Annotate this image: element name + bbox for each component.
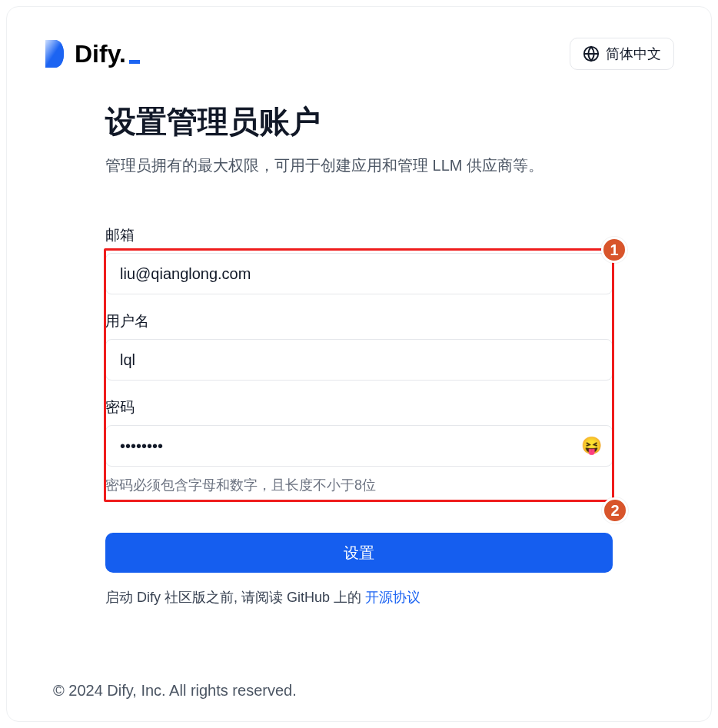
language-selector[interactable]: 简体中文 [570,38,674,70]
password-label: 密码 [105,397,613,417]
logo: Dify. [44,38,140,69]
username-group: 用户名 [105,311,613,381]
globe-icon [583,45,600,62]
install-card: Dify. 简体中文 设置管理员账户 管理员拥有的最大权限，可用于创建应用和管理… [6,6,712,722]
password-helper: 密码必须包含字母和数字，且长度不小于8位 [105,476,613,494]
password-field[interactable] [105,425,613,467]
username-field[interactable] [105,339,613,381]
submit-button[interactable]: 设置 [105,533,613,573]
language-label: 简体中文 [606,45,661,63]
header: Dify. 简体中文 [44,38,674,70]
page-title: 设置管理员账户 [105,101,613,143]
dify-logo-icon [44,38,65,69]
toggle-password-visibility-icon[interactable]: 😝 [581,436,602,456]
email-group: 邮箱 [105,225,613,294]
password-group: 密码 😝 密码必须包含字母和数字，且长度不小于8位 [105,397,613,494]
username-label: 用户名 [105,311,613,331]
form: 1 邮箱 用户名 密码 😝 密码必须包含字母和数字，且长度不小于8位 设置 [105,225,613,607]
page-subtitle: 管理员拥有的最大权限，可用于创建应用和管理 LLM 供应商等。 [105,155,613,176]
agreement-prefix: 启动 Dify 社区版之前, 请阅读 GitHub 上的 [105,590,365,605]
email-field[interactable] [105,253,613,294]
brand-name: Dify. [75,40,140,68]
email-label: 邮箱 [105,225,613,245]
annotation-badge-2: 2 [602,497,628,524]
footer-copyright: © 2024 Dify, Inc. All rights reserved. [53,682,297,700]
main: 设置管理员账户 管理员拥有的最大权限，可用于创建应用和管理 LLM 供应商等。 … [44,101,674,607]
open-source-agreement-link[interactable]: 开源协议 [365,590,420,605]
agreement-text: 启动 Dify 社区版之前, 请阅读 GitHub 上的 开源协议 [105,588,613,607]
